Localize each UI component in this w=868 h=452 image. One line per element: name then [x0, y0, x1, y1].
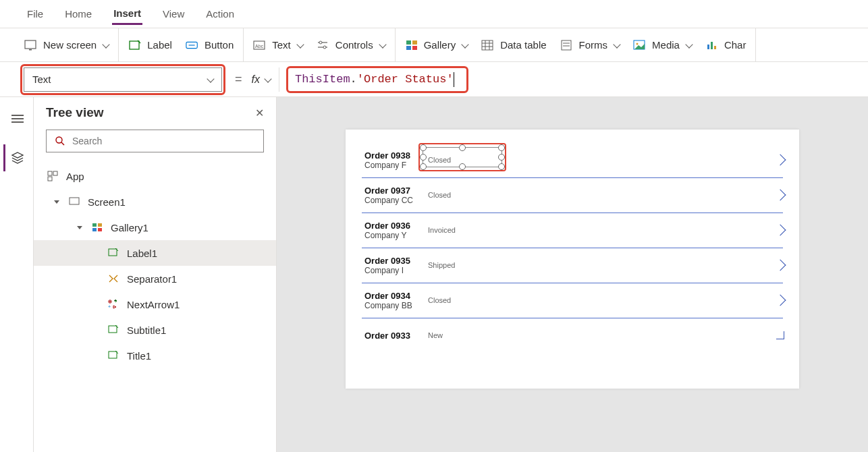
- search-input[interactable]: [46, 130, 264, 152]
- media-label: Media: [652, 39, 680, 51]
- tree-node-label: Subtitle1: [127, 324, 166, 336]
- tree-view-tab[interactable]: [3, 144, 30, 171]
- gallery-item[interactable]: Order 0938Company FClosed: [346, 143, 799, 178]
- resize-handle[interactable]: [459, 144, 466, 151]
- property-selector-highlight: Text: [20, 64, 225, 95]
- resize-handle[interactable]: [420, 154, 427, 161]
- tree-node-subtitle1[interactable]: Subtitle1: [34, 317, 276, 343]
- chevron-down-icon: [207, 75, 214, 82]
- gallery-item[interactable]: Order 0937Company CCClosed: [346, 178, 799, 213]
- gallery-item[interactable]: Order 0934Company BBClosed: [346, 283, 799, 318]
- menu-insert[interactable]: Insert: [112, 3, 142, 25]
- tree-node-label: NextArrow1: [127, 299, 180, 310]
- label-icon: [107, 247, 120, 259]
- formula-token-dot: .: [350, 73, 357, 86]
- equals-sign: =: [235, 72, 242, 86]
- resize-handle[interactable]: [498, 163, 505, 170]
- button-button[interactable]: Button: [186, 39, 234, 51]
- fx-button[interactable]: fx: [252, 67, 279, 92]
- menubar: File Home Insert View Action: [0, 0, 868, 28]
- search-field[interactable]: [72, 136, 255, 146]
- property-selector[interactable]: Text: [24, 67, 222, 92]
- data-table-button[interactable]: Data table: [481, 39, 546, 51]
- selection-handles[interactable]: [423, 147, 502, 167]
- gallery-item-status: Shipped: [428, 261, 455, 269]
- menu-view[interactable]: View: [161, 4, 186, 24]
- screen-icon: [67, 196, 81, 208]
- tree-node-separator1[interactable]: Separator1: [34, 266, 276, 291]
- next-arrow-icon[interactable]: [776, 155, 784, 166]
- tree-node-label1[interactable]: Label1: [34, 240, 276, 266]
- hamburger-icon[interactable]: [3, 105, 30, 132]
- gallery-item-subtitle: Company CC: [364, 196, 427, 205]
- forms-icon: [560, 39, 574, 51]
- svg-point-8: [319, 41, 322, 44]
- gallery-control[interactable]: Order 0938Company FClosedOrder 0937Compa…: [346, 143, 799, 354]
- next-arrow-icon[interactable]: [776, 295, 784, 306]
- app-screen[interactable]: Order 0938Company FClosedOrder 0937Compa…: [346, 130, 799, 389]
- tree-list: App Screen1 Gallery1 Label1: [34, 161, 276, 368]
- svg-rect-15: [482, 40, 493, 50]
- gallery-item-status: Invoiced: [428, 226, 456, 234]
- tree-view-panel: Tree view ✕ App Screen1: [34, 97, 277, 452]
- svg-rect-32: [48, 177, 52, 181]
- resize-handle[interactable]: [498, 144, 505, 151]
- text-dropdown[interactable]: Abc Text: [253, 39, 303, 51]
- chevron-down-icon: [379, 40, 386, 48]
- next-arrow-icon[interactable]: [776, 260, 784, 271]
- gallery-item[interactable]: Order 0933New: [346, 318, 799, 354]
- svg-rect-20: [562, 40, 571, 50]
- forms-dropdown[interactable]: Forms: [560, 39, 620, 51]
- gallery-item[interactable]: Order 0935Company IShipped: [346, 248, 799, 283]
- media-dropdown[interactable]: Media: [633, 39, 692, 51]
- menu-action[interactable]: Action: [205, 4, 236, 24]
- svg-rect-12: [412, 40, 417, 45]
- controls-label: Controls: [335, 39, 373, 51]
- tree-node-label: Gallery1: [111, 222, 148, 233]
- data-table-label: Data table: [500, 39, 546, 51]
- svg-rect-0: [25, 40, 36, 49]
- menu-file[interactable]: File: [26, 4, 45, 24]
- formula-input[interactable]: ThisItem.'Order Status': [290, 69, 460, 90]
- button-icon: [186, 39, 199, 51]
- label-label: Label: [147, 39, 172, 51]
- gallery-item-title: Order 0937: [364, 186, 427, 196]
- tree-node-title1[interactable]: Title1: [34, 343, 276, 368]
- next-arrow-icon[interactable]: [776, 190, 784, 201]
- chevron-down-icon: [613, 40, 620, 48]
- svg-point-28: [56, 137, 62, 143]
- resize-handle[interactable]: [420, 163, 427, 170]
- label-icon: [128, 39, 142, 51]
- svg-rect-33: [70, 198, 79, 204]
- gallery-dropdown[interactable]: Gallery: [405, 39, 468, 51]
- resize-handle[interactable]: [498, 154, 505, 161]
- label-button[interactable]: Label: [128, 39, 172, 51]
- controls-icon: [317, 39, 330, 51]
- resize-handle[interactable]: [459, 163, 466, 170]
- chevron-down-icon: [462, 40, 469, 48]
- controls-dropdown[interactable]: Controls: [317, 39, 385, 51]
- tree-node-label: Screen1: [88, 196, 126, 208]
- text-cursor: [454, 72, 454, 87]
- svg-point-10: [323, 46, 326, 49]
- new-screen-button[interactable]: New screen: [24, 39, 109, 51]
- tree-node-app[interactable]: App: [34, 163, 276, 189]
- chart-dropdown[interactable]: Char: [705, 39, 747, 51]
- resize-handle[interactable]: [420, 144, 427, 151]
- tree-node-gallery1[interactable]: Gallery1: [34, 215, 276, 240]
- gallery-icon: [90, 221, 104, 233]
- tree-node-nextarrow1[interactable]: + NextArrow1: [34, 291, 276, 317]
- svg-rect-27: [714, 46, 716, 49]
- tree-node-screen1[interactable]: Screen1: [34, 189, 276, 215]
- close-icon[interactable]: ✕: [255, 107, 264, 119]
- menu-home[interactable]: Home: [63, 4, 93, 24]
- tree-view-title: Tree view: [46, 105, 104, 120]
- nextarrow-icon: +: [107, 298, 120, 310]
- next-arrow-icon[interactable]: [776, 331, 784, 341]
- expand-icon[interactable]: [77, 226, 82, 229]
- canvas[interactable]: Order 0938Company FClosedOrder 0937Compa…: [277, 97, 868, 452]
- gallery-item-subtitle: Company BB: [364, 301, 427, 310]
- gallery-item[interactable]: Order 0936Company YInvoiced: [346, 213, 799, 248]
- expand-icon[interactable]: [54, 200, 59, 204]
- next-arrow-icon[interactable]: [776, 225, 784, 236]
